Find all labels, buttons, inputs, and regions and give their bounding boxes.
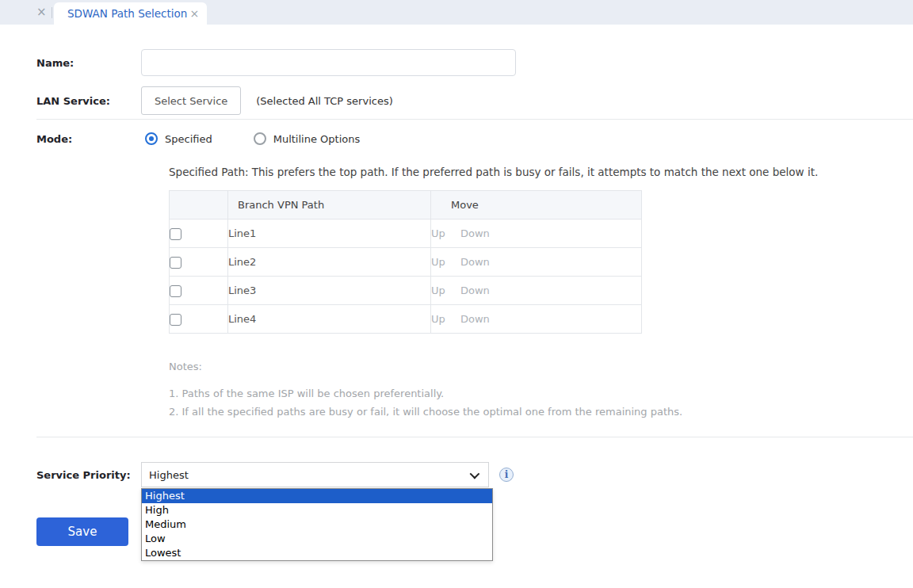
- lan-service-label: LAN Service:: [36, 95, 141, 107]
- specified-path-description: Specified Path: This prefers the top pat…: [169, 166, 913, 179]
- service-priority-label: Service Priority:: [36, 469, 141, 481]
- tab-close-icon[interactable]: ×: [189, 7, 199, 20]
- mode-row: Mode: Specified Multiline Options: [36, 127, 913, 151]
- header-move: Move: [431, 191, 642, 220]
- row-checkbox[interactable]: [170, 257, 181, 269]
- lan-service-row: LAN Service: Select Service (Selected Al…: [36, 86, 913, 115]
- info-icon[interactable]: i: [499, 468, 514, 482]
- selected-services-note: (Selected All TCP services): [256, 95, 392, 107]
- name-label: Name:: [36, 57, 141, 69]
- tab-bar: × SDWAN Path Selection ×: [0, 0, 913, 25]
- row-checkbox[interactable]: [170, 228, 181, 240]
- note-item: 2. If all the specified paths are busy o…: [169, 403, 913, 421]
- radio-specified-label: Specified: [165, 133, 212, 145]
- dropdown-option-medium[interactable]: Medium: [142, 517, 492, 532]
- path-cell: Line2: [228, 248, 431, 277]
- note-item: 1. Paths of the same ISP will be chosen …: [169, 384, 913, 403]
- section-divider: [36, 437, 913, 437]
- dropdown-option-high[interactable]: High: [142, 503, 492, 517]
- table-header-row: Branch VPN Path Move: [170, 191, 642, 220]
- header-select: [170, 191, 228, 220]
- service-priority-dropdown: Highest High Medium Low Lowest: [141, 488, 493, 561]
- header-branch-vpn-path: Branch VPN Path: [228, 191, 431, 220]
- tab-sdwan-path-selection[interactable]: SDWAN Path Selection ×: [54, 2, 207, 25]
- table-row: Line3 Up Down: [170, 277, 642, 305]
- dropdown-option-lowest[interactable]: Lowest: [142, 546, 492, 560]
- service-priority-value: Highest: [149, 469, 470, 481]
- radio-multiline-icon[interactable]: [254, 132, 266, 145]
- close-all-tabs-icon[interactable]: ×: [36, 6, 47, 18]
- path-cell: Line4: [228, 305, 431, 334]
- path-cell: Line3: [228, 277, 431, 305]
- path-cell: Line1: [228, 220, 431, 248]
- row-checkbox[interactable]: [170, 285, 181, 297]
- row-checkbox[interactable]: [170, 314, 181, 326]
- move-down-link[interactable]: Down: [460, 227, 490, 239]
- branch-vpn-path-table: Branch VPN Path Move Line1 Up Down Line2…: [169, 190, 642, 334]
- service-priority-select[interactable]: Highest: [141, 462, 489, 487]
- notes-title: Notes:: [169, 361, 913, 373]
- table-row: Line4 Up Down: [170, 305, 642, 334]
- tab-title: SDWAN Path Selection: [67, 7, 187, 20]
- table-row: Line2 Up Down: [170, 248, 642, 277]
- move-down-link[interactable]: Down: [460, 284, 490, 296]
- service-priority-row: Service Priority: Highest i Highest High…: [36, 462, 913, 487]
- mode-radio-group: Specified Multiline Options: [141, 132, 360, 145]
- move-up-link[interactable]: Up: [431, 284, 445, 296]
- name-input[interactable]: [141, 49, 516, 76]
- dropdown-option-highest[interactable]: Highest: [142, 489, 492, 503]
- select-service-button[interactable]: Select Service: [141, 86, 241, 115]
- section-divider: [36, 119, 913, 120]
- move-down-link[interactable]: Down: [460, 313, 490, 325]
- chevron-down-icon: [470, 468, 480, 479]
- notes-section: Notes: 1. Paths of the same ISP will be …: [169, 361, 913, 421]
- move-up-link[interactable]: Up: [431, 256, 445, 268]
- radio-specified-icon[interactable]: [145, 132, 158, 145]
- dropdown-option-low[interactable]: Low: [142, 532, 492, 546]
- name-row: Name:: [36, 49, 913, 76]
- radio-option-multiline[interactable]: Multiline Options: [254, 132, 361, 145]
- save-button[interactable]: Save: [36, 517, 128, 546]
- radio-multiline-label: Multiline Options: [273, 133, 361, 145]
- sdwan-form: Name: LAN Service: Select Service (Selec…: [0, 25, 913, 546]
- move-up-link[interactable]: Up: [431, 227, 445, 239]
- radio-option-specified[interactable]: Specified: [145, 132, 212, 145]
- mode-label: Mode:: [36, 133, 141, 145]
- move-down-link[interactable]: Down: [460, 256, 490, 268]
- tab-separator: [52, 7, 52, 18]
- table-row: Line1 Up Down: [170, 220, 642, 248]
- move-up-link[interactable]: Up: [431, 313, 445, 325]
